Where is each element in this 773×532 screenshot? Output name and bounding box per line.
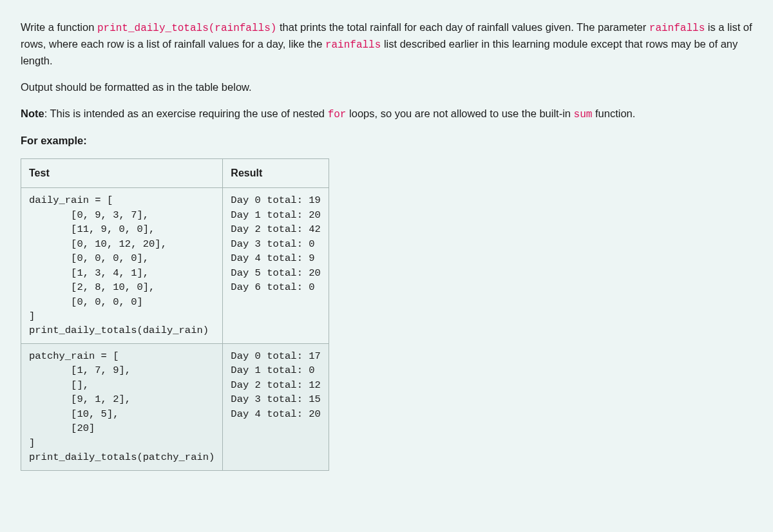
text: that prints the total rainfall for each … [276, 21, 649, 33]
header-result: Result [223, 159, 329, 188]
cell-test: patchy_rain = [ [1, 7, 9], [], [9, 1, 2]… [21, 343, 223, 470]
code-for: for [328, 109, 347, 120]
note-paragraph: Note: This is intended as an exercise re… [21, 106, 752, 122]
instruction-paragraph-1: Write a function print_daily_totals(rain… [21, 19, 752, 69]
for-example-text: For example: [21, 135, 87, 146]
note-label: Note [21, 108, 44, 119]
header-test: Test [21, 159, 223, 188]
text: Write a function [21, 21, 97, 33]
cell-result: Day 0 total: 17 Day 1 total: 0 Day 2 tot… [223, 343, 329, 470]
table-row: daily_rain = [ [0, 9, 3, 7], [11, 9, 0, … [21, 188, 329, 344]
text: function. [592, 108, 635, 119]
table-row: patchy_rain = [ [1, 7, 9], [], [9, 1, 2]… [21, 343, 329, 470]
code-sum: sum [574, 109, 593, 120]
text: loops, so you are not allowed to use the… [346, 108, 573, 119]
for-example-label: For example: [21, 133, 752, 149]
code-rainfalls: rainfalls [325, 39, 381, 51]
cell-test: daily_rain = [ [0, 9, 3, 7], [11, 9, 0, … [21, 188, 223, 344]
code-fn-signature: print_daily_totals(rainfalls) [97, 23, 276, 34]
example-table: Test Result daily_rain = [ [0, 9, 3, 7],… [21, 158, 329, 470]
code-param-name: rainfalls [649, 23, 705, 34]
text: : This is intended as an exercise requir… [44, 108, 328, 119]
instruction-paragraph-2: Output should be formatted as in the tab… [21, 79, 752, 95]
cell-result: Day 0 total: 19 Day 1 total: 20 Day 2 to… [223, 188, 329, 344]
question-panel: Write a function print_daily_totals(rain… [0, 0, 773, 532]
table-header-row: Test Result [21, 159, 329, 188]
